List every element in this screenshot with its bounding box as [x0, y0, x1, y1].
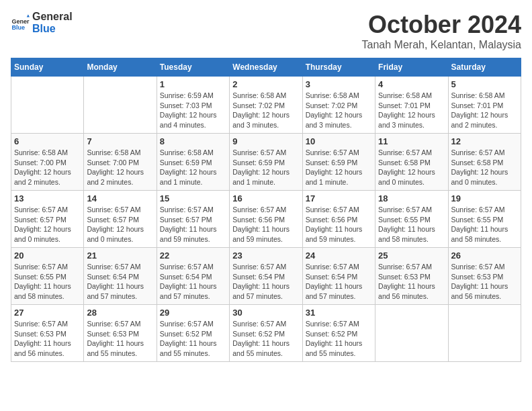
logo: General Blue General Blue — [11, 11, 73, 34]
calendar-cell: 15Sunrise: 6:57 AM Sunset: 6:57 PM Dayli… — [157, 191, 229, 248]
weekday-header-row: SundayMondayTuesdayWednesdayThursdayFrid… — [11, 58, 521, 77]
month-title: October 2024 — [362, 11, 521, 39]
calendar-cell: 21Sunrise: 6:57 AM Sunset: 6:54 PM Dayli… — [84, 248, 157, 305]
day-number: 12 — [451, 136, 518, 146]
day-info: Sunrise: 6:57 AM Sunset: 6:57 PM Dayligh… — [14, 205, 81, 244]
weekday-header-monday: Monday — [84, 58, 157, 77]
calendar-cell: 5Sunrise: 6:58 AM Sunset: 7:01 PM Daylig… — [448, 77, 521, 134]
day-info: Sunrise: 6:58 AM Sunset: 7:00 PM Dayligh… — [14, 148, 81, 187]
calendar-cell: 3Sunrise: 6:58 AM Sunset: 7:02 PM Daylig… — [302, 77, 375, 134]
calendar-cell: 30Sunrise: 6:57 AM Sunset: 6:52 PM Dayli… — [230, 305, 302, 362]
day-info: Sunrise: 6:57 AM Sunset: 6:52 PM Dayligh… — [232, 319, 299, 359]
day-number: 27 — [14, 308, 81, 318]
logo-blue-text: Blue — [32, 23, 73, 35]
svg-marker-2 — [27, 14, 30, 17]
calendar-cell: 6Sunrise: 6:58 AM Sunset: 7:00 PM Daylig… — [11, 134, 84, 191]
day-info: Sunrise: 6:57 AM Sunset: 6:55 PM Dayligh… — [14, 262, 81, 302]
title-block: October 2024 Tanah Merah, Kelantan, Mala… — [362, 11, 521, 51]
day-number: 22 — [160, 250, 226, 261]
calendar-cell: 31Sunrise: 6:57 AM Sunset: 6:52 PM Dayli… — [302, 305, 375, 362]
day-info: Sunrise: 6:57 AM Sunset: 6:54 PM Dayligh… — [232, 262, 299, 302]
calendar-table: SundayMondayTuesdayWednesdayThursdayFrid… — [11, 58, 521, 362]
day-info: Sunrise: 6:58 AM Sunset: 7:00 PM Dayligh… — [87, 148, 153, 187]
weekday-header-sunday: Sunday — [11, 58, 84, 77]
day-info: Sunrise: 6:58 AM Sunset: 7:01 PM Dayligh… — [378, 91, 445, 130]
day-info: Sunrise: 6:57 AM Sunset: 6:52 PM Dayligh… — [306, 319, 372, 359]
day-number: 23 — [232, 250, 299, 261]
calendar-cell: 1Sunrise: 6:59 AM Sunset: 7:03 PM Daylig… — [157, 77, 229, 134]
day-info: Sunrise: 6:57 AM Sunset: 6:53 PM Dayligh… — [378, 262, 445, 302]
day-number: 21 — [87, 250, 153, 261]
day-number: 19 — [451, 193, 518, 203]
calendar-cell: 23Sunrise: 6:57 AM Sunset: 6:54 PM Dayli… — [230, 248, 302, 305]
day-info: Sunrise: 6:57 AM Sunset: 6:58 PM Dayligh… — [378, 148, 445, 187]
day-number: 24 — [306, 250, 372, 261]
calendar-cell: 8Sunrise: 6:58 AM Sunset: 6:59 PM Daylig… — [157, 134, 229, 191]
calendar-week-row: 1Sunrise: 6:59 AM Sunset: 7:03 PM Daylig… — [11, 77, 521, 134]
location-title: Tanah Merah, Kelantan, Malaysia — [362, 39, 521, 51]
calendar-cell: 4Sunrise: 6:58 AM Sunset: 7:01 PM Daylig… — [375, 77, 448, 134]
day-number: 2 — [232, 79, 299, 89]
day-number: 10 — [306, 136, 372, 146]
weekday-header-wednesday: Wednesday — [230, 58, 302, 77]
day-number: 11 — [378, 136, 445, 146]
day-number: 5 — [451, 79, 518, 89]
weekday-header-friday: Friday — [375, 58, 448, 77]
calendar-cell: 19Sunrise: 6:57 AM Sunset: 6:55 PM Dayli… — [448, 191, 521, 248]
calendar-cell — [84, 77, 157, 134]
day-info: Sunrise: 6:57 AM Sunset: 6:57 PM Dayligh… — [160, 205, 226, 244]
weekday-header-saturday: Saturday — [448, 58, 521, 77]
page-header: General Blue General Blue October 2024 T… — [11, 11, 521, 51]
day-number: 4 — [378, 79, 445, 89]
day-info: Sunrise: 6:57 AM Sunset: 6:54 PM Dayligh… — [306, 262, 372, 302]
day-info: Sunrise: 6:57 AM Sunset: 6:59 PM Dayligh… — [232, 148, 299, 187]
day-info: Sunrise: 6:58 AM Sunset: 6:59 PM Dayligh… — [160, 148, 226, 187]
day-info: Sunrise: 6:57 AM Sunset: 6:58 PM Dayligh… — [451, 148, 518, 187]
calendar-cell: 10Sunrise: 6:57 AM Sunset: 6:59 PM Dayli… — [302, 134, 375, 191]
day-number: 1 — [160, 79, 226, 89]
day-info: Sunrise: 6:58 AM Sunset: 7:02 PM Dayligh… — [306, 91, 372, 130]
day-number: 14 — [87, 193, 153, 203]
day-number: 18 — [378, 193, 445, 203]
day-number: 6 — [14, 136, 81, 146]
day-number: 17 — [306, 193, 372, 203]
calendar-cell: 14Sunrise: 6:57 AM Sunset: 6:57 PM Dayli… — [84, 191, 157, 248]
day-number: 29 — [160, 308, 226, 318]
calendar-week-row: 6Sunrise: 6:58 AM Sunset: 7:00 PM Daylig… — [11, 134, 521, 191]
calendar-cell: 18Sunrise: 6:57 AM Sunset: 6:55 PM Dayli… — [375, 191, 448, 248]
day-number: 25 — [378, 250, 445, 261]
calendar-cell: 12Sunrise: 6:57 AM Sunset: 6:58 PM Dayli… — [448, 134, 521, 191]
calendar-cell: 2Sunrise: 6:58 AM Sunset: 7:02 PM Daylig… — [230, 77, 302, 134]
day-info: Sunrise: 6:57 AM Sunset: 6:57 PM Dayligh… — [87, 205, 153, 244]
logo-icon: General Blue — [11, 13, 30, 32]
calendar-cell: 28Sunrise: 6:57 AM Sunset: 6:53 PM Dayli… — [84, 305, 157, 362]
day-info: Sunrise: 6:57 AM Sunset: 6:54 PM Dayligh… — [87, 262, 153, 302]
day-info: Sunrise: 6:57 AM Sunset: 6:54 PM Dayligh… — [160, 262, 226, 302]
calendar-cell — [448, 305, 521, 362]
day-number: 16 — [232, 193, 299, 203]
day-info: Sunrise: 6:58 AM Sunset: 7:01 PM Dayligh… — [451, 91, 518, 130]
day-info: Sunrise: 6:57 AM Sunset: 6:55 PM Dayligh… — [451, 205, 518, 244]
calendar-cell: 9Sunrise: 6:57 AM Sunset: 6:59 PM Daylig… — [230, 134, 302, 191]
calendar-cell: 11Sunrise: 6:57 AM Sunset: 6:58 PM Dayli… — [375, 134, 448, 191]
day-number: 15 — [160, 193, 226, 203]
day-info: Sunrise: 6:57 AM Sunset: 6:53 PM Dayligh… — [87, 319, 153, 359]
day-number: 3 — [306, 79, 372, 89]
day-info: Sunrise: 6:57 AM Sunset: 6:52 PM Dayligh… — [160, 319, 226, 359]
logo-general-text: General — [32, 11, 73, 23]
day-number: 20 — [14, 250, 81, 261]
calendar-week-row: 13Sunrise: 6:57 AM Sunset: 6:57 PM Dayli… — [11, 191, 521, 248]
day-info: Sunrise: 6:57 AM Sunset: 6:56 PM Dayligh… — [306, 205, 372, 244]
day-info: Sunrise: 6:58 AM Sunset: 7:02 PM Dayligh… — [232, 91, 299, 130]
day-number: 8 — [160, 136, 226, 146]
day-info: Sunrise: 6:57 AM Sunset: 6:59 PM Dayligh… — [306, 148, 372, 187]
day-number: 13 — [14, 193, 81, 203]
day-number: 30 — [232, 308, 299, 318]
calendar-cell: 16Sunrise: 6:57 AM Sunset: 6:56 PM Dayli… — [230, 191, 302, 248]
calendar-cell — [11, 77, 84, 134]
day-info: Sunrise: 6:57 AM Sunset: 6:53 PM Dayligh… — [14, 319, 81, 359]
calendar-cell: 26Sunrise: 6:57 AM Sunset: 6:53 PM Dayli… — [448, 248, 521, 305]
day-info: Sunrise: 6:57 AM Sunset: 6:55 PM Dayligh… — [378, 205, 445, 244]
calendar-cell: 13Sunrise: 6:57 AM Sunset: 6:57 PM Dayli… — [11, 191, 84, 248]
calendar-cell: 7Sunrise: 6:58 AM Sunset: 7:00 PM Daylig… — [84, 134, 157, 191]
